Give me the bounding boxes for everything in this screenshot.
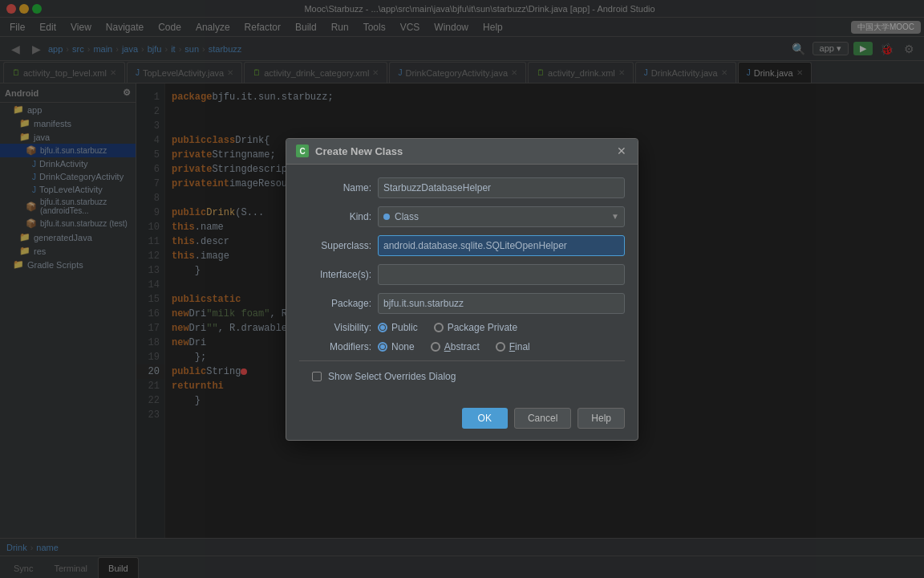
visibility-package-private-radio (434, 323, 444, 332)
kind-arrow-icon: ▼ (611, 212, 619, 221)
cancel-button[interactable]: Cancel (514, 408, 571, 429)
kind-select-display[interactable]: Class ▼ (378, 206, 625, 227)
modifiers-none[interactable]: None (378, 341, 415, 352)
modifiers-none-label: None (391, 341, 415, 352)
dialog-body: Name: Kind: Class ▼ Superclass: (286, 165, 638, 401)
dialog-close-button[interactable]: ✕ (615, 144, 628, 157)
modifiers-label: Modifiers: (299, 341, 371, 352)
visibility-radio-group: Public Package Private (378, 322, 625, 333)
interfaces-input[interactable] (378, 264, 625, 285)
create-new-class-dialog: C Create New Class ✕ Name: Kind: Class ▼ (286, 138, 638, 441)
kind-bullet-icon (383, 214, 390, 220)
kind-value: Class (395, 211, 606, 222)
visibility-public-label: Public (391, 322, 418, 333)
overrides-label: Show Select Overrides Dialog (328, 371, 456, 382)
name-label: Name: (299, 182, 371, 193)
dialog-buttons: OK Cancel Help (286, 401, 638, 440)
superclass-input[interactable] (378, 235, 625, 256)
modifiers-final-label: Final (509, 341, 530, 352)
overrides-checkbox-row[interactable]: Show Select Overrides Dialog (312, 371, 625, 382)
visibility-public[interactable]: Public (378, 322, 418, 333)
dialog-title-bar: C Create New Class ✕ (286, 139, 638, 165)
modifiers-field-row: Modifiers: None Abstract Final (299, 341, 625, 352)
modifiers-final[interactable]: Final (496, 341, 530, 352)
dialog-divider (299, 360, 625, 361)
dialog-overlay: C Create New Class ✕ Name: Kind: Class ▼ (0, 0, 924, 578)
package-input[interactable] (378, 293, 625, 314)
visibility-package-private[interactable]: Package Private (434, 322, 517, 333)
package-field-row: Package: (299, 293, 625, 314)
interfaces-field-row: Interface(s): (299, 264, 625, 285)
visibility-label: Visibility: (299, 322, 371, 333)
modifiers-abstract-label: Abstract (444, 341, 480, 352)
dialog-title: Create New Class (315, 145, 615, 157)
modifiers-abstract[interactable]: Abstract (431, 341, 480, 352)
kind-select-wrapper: Class ▼ (378, 206, 625, 227)
superclass-field-row: Superclass: (299, 235, 625, 256)
package-label: Package: (299, 298, 371, 309)
visibility-field-row: Visibility: Public Package Private (299, 322, 625, 333)
modifiers-abstract-radio (431, 342, 440, 352)
kind-label: Kind: (299, 211, 371, 222)
interfaces-label: Interface(s): (299, 269, 371, 280)
kind-field-row: Kind: Class ▼ (299, 206, 625, 227)
modifiers-none-radio (378, 342, 387, 352)
superclass-label: Superclass: (299, 240, 371, 251)
modifiers-final-radio (496, 342, 505, 352)
name-input[interactable] (378, 177, 625, 198)
dialog-icon: C (296, 144, 309, 157)
visibility-public-radio (378, 323, 387, 332)
visibility-package-private-label: Package Private (448, 322, 517, 333)
modifiers-radio-group: None Abstract Final (378, 341, 625, 352)
name-field-row: Name: (299, 177, 625, 198)
help-button[interactable]: Help (578, 408, 625, 429)
overrides-checkbox[interactable] (312, 372, 322, 381)
ok-button[interactable]: OK (462, 408, 508, 429)
